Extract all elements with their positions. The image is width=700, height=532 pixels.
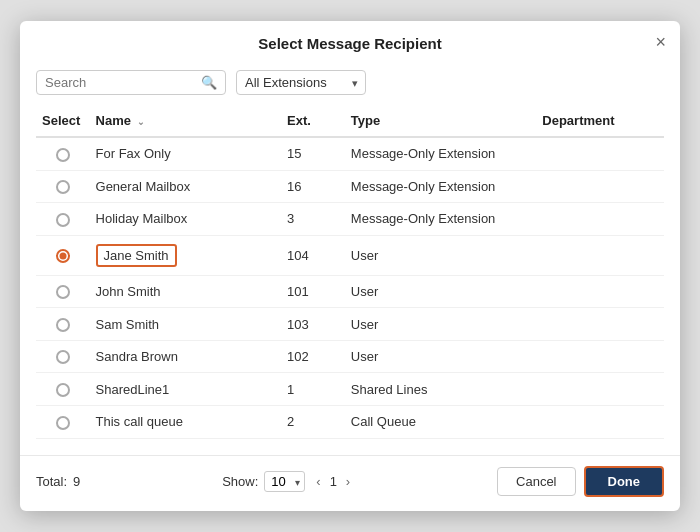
table-row[interactable]: Holiday Mailbox3Message-Only Extension [36,203,664,236]
row-type-cell: User [345,235,536,275]
radio-button[interactable] [56,148,70,162]
search-input[interactable] [45,75,197,90]
select-message-recipient-dialog: Select Message Recipient × 🔍 All Extensi… [20,21,680,511]
row-ext-cell: 103 [281,308,345,341]
total-label: Total: [36,474,67,489]
radio-button[interactable] [56,285,70,299]
row-select-cell[interactable] [36,308,90,341]
table-row[interactable]: This call queue2Call Queue [36,405,664,438]
row-type-cell: User [345,275,536,308]
row-name-cell: John Smith [90,275,281,308]
radio-button[interactable] [56,383,70,397]
row-name-cell: This call queue [90,405,281,438]
dialog-footer: Total: 9 Show: 10 25 50 ‹ 1 › Cancel Don… [20,455,680,511]
row-dept-cell [536,235,664,275]
dialog-toolbar: 🔍 All Extensions Users Shared Lines Call… [20,62,680,105]
row-type-cell: Message-Only Extension [345,170,536,203]
row-dept-cell [536,137,664,170]
col-header-dept: Department [536,105,664,137]
table-body: For Fax Only15Message-Only ExtensionGene… [36,137,664,438]
row-ext-cell: 2 [281,405,345,438]
row-select-cell[interactable] [36,203,90,236]
row-dept-cell [536,308,664,341]
cancel-button[interactable]: Cancel [497,467,575,496]
table-row[interactable]: For Fax Only15Message-Only Extension [36,137,664,170]
row-name-cell: Holiday Mailbox [90,203,281,236]
row-dept-cell [536,203,664,236]
search-icon: 🔍 [201,75,217,90]
selected-name-label: Jane Smith [96,244,177,267]
done-button[interactable]: Done [584,466,665,497]
row-select-cell[interactable] [36,137,90,170]
show-label: Show: [222,474,258,489]
row-select-cell[interactable] [36,405,90,438]
radio-button[interactable] [56,249,70,263]
filter-select-wrapper: All Extensions Users Shared Lines Call Q… [236,70,366,95]
show-select-wrapper: 10 25 50 [264,471,305,492]
col-header-type: Type [345,105,536,137]
row-name-cell: SharedLine1 [90,373,281,406]
page-prev-button[interactable]: ‹ [311,472,325,491]
footer-actions: Cancel Done [497,466,664,497]
row-name-cell: Sandra Brown [90,340,281,373]
row-ext-cell: 15 [281,137,345,170]
recipients-table: Select Name ⌄ Ext. Type Department [36,105,664,439]
dialog-title: Select Message Recipient [258,35,441,52]
close-button[interactable]: × [655,33,666,51]
radio-button[interactable] [56,318,70,332]
radio-button[interactable] [56,180,70,194]
table-row[interactable]: General Mailbox16Message-Only Extension [36,170,664,203]
row-type-cell: User [345,340,536,373]
col-header-ext: Ext. [281,105,345,137]
row-name-cell: Sam Smith [90,308,281,341]
row-type-cell: User [345,308,536,341]
row-dept-cell [536,373,664,406]
row-ext-cell: 102 [281,340,345,373]
show-select[interactable]: 10 25 50 [264,471,305,492]
footer-pagination: Show: 10 25 50 ‹ 1 › [222,471,355,492]
col-header-name[interactable]: Name ⌄ [90,105,281,137]
table-row[interactable]: SharedLine11Shared Lines [36,373,664,406]
row-ext-cell: 1 [281,373,345,406]
row-type-cell: Message-Only Extension [345,137,536,170]
table-header-row: Select Name ⌄ Ext. Type Department [36,105,664,137]
table-row[interactable]: Sam Smith103User [36,308,664,341]
row-select-cell[interactable] [36,170,90,203]
table-container: Select Name ⌄ Ext. Type Department [20,105,680,451]
row-ext-cell: 104 [281,235,345,275]
row-name-cell: For Fax Only [90,137,281,170]
row-dept-cell [536,340,664,373]
row-dept-cell [536,275,664,308]
page-number: 1 [330,474,337,489]
radio-button[interactable] [56,416,70,430]
row-ext-cell: 16 [281,170,345,203]
row-select-cell[interactable] [36,275,90,308]
total-value: 9 [73,474,80,489]
search-box: 🔍 [36,70,226,95]
col-header-select: Select [36,105,90,137]
page-next-button[interactable]: › [341,472,355,491]
row-name-cell: Jane Smith [90,235,281,275]
row-type-cell: Shared Lines [345,373,536,406]
table-row[interactable]: Sandra Brown102User [36,340,664,373]
row-ext-cell: 101 [281,275,345,308]
row-select-cell[interactable] [36,235,90,275]
radio-button[interactable] [56,350,70,364]
table-row[interactable]: John Smith101User [36,275,664,308]
row-type-cell: Message-Only Extension [345,203,536,236]
dialog-header: Select Message Recipient × [20,21,680,62]
table-row[interactable]: Jane Smith104User [36,235,664,275]
footer-total: Total: 9 [36,474,80,489]
radio-button[interactable] [56,213,70,227]
row-name-cell: General Mailbox [90,170,281,203]
page-nav: ‹ 1 › [311,472,355,491]
row-dept-cell [536,170,664,203]
row-select-cell[interactable] [36,340,90,373]
filter-select[interactable]: All Extensions Users Shared Lines Call Q… [236,70,366,95]
name-sort-icon: ⌄ [137,117,145,127]
row-ext-cell: 3 [281,203,345,236]
row-select-cell[interactable] [36,373,90,406]
row-type-cell: Call Queue [345,405,536,438]
row-dept-cell [536,405,664,438]
